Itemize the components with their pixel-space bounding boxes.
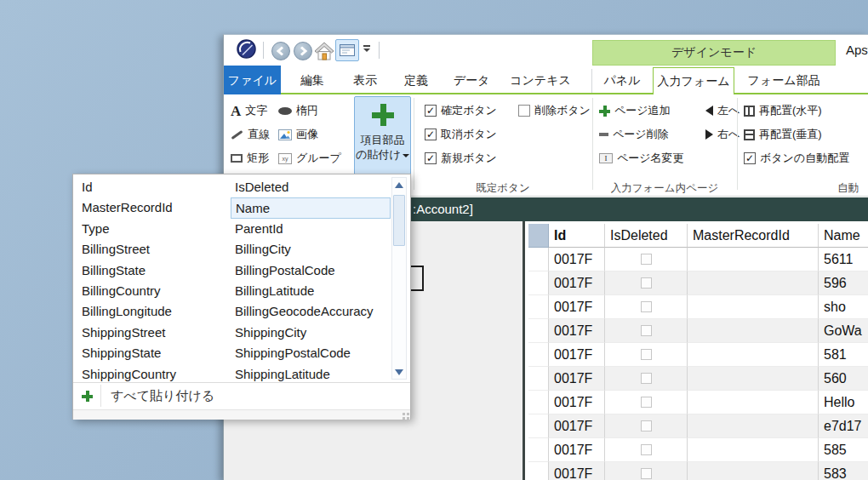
tab-form-parts[interactable]: フォーム部品: [738, 66, 830, 94]
qat-dropdown-button[interactable]: [361, 45, 373, 57]
cell-id[interactable]: 0017F: [549, 343, 605, 367]
field-item[interactable]: BillingPostalCode: [231, 260, 391, 281]
row-selector[interactable]: [528, 462, 549, 480]
cell-isdeleted[interactable]: [605, 391, 688, 414]
ellipse-tool-button[interactable]: 楕円: [278, 100, 318, 121]
cell-masterrecordid[interactable]: [688, 391, 819, 414]
cell-masterrecordid[interactable]: [688, 319, 819, 343]
cell-isdeleted[interactable]: [605, 438, 688, 462]
row-selector[interactable]: [528, 438, 549, 462]
field-item[interactable]: BillingCity: [231, 239, 391, 260]
row-checkbox[interactable]: [641, 373, 652, 384]
tab-data[interactable]: データ: [445, 66, 498, 94]
row-checkbox[interactable]: [641, 420, 652, 431]
field-item[interactable]: BillingLatitude: [231, 281, 391, 301]
popup-scrollbar[interactable]: [391, 177, 407, 380]
cell-name[interactable]: 583: [819, 462, 868, 480]
home-button[interactable]: [314, 42, 334, 60]
confirm-button-checkbox[interactable]: 確定ボタン: [425, 100, 497, 121]
field-item[interactable]: ShippingState: [73, 343, 226, 363]
cell-name[interactable]: GoWa: [819, 319, 868, 343]
cell-masterrecordid[interactable]: [688, 271, 819, 295]
field-item[interactable]: MasterRecordId: [73, 197, 226, 218]
tab-input-form[interactable]: 入力フォーム: [653, 67, 734, 94]
field-item[interactable]: ShippingPostalCode: [231, 343, 391, 363]
cell-id[interactable]: 0017F: [549, 319, 605, 343]
row-checkbox[interactable]: [641, 277, 652, 289]
auto-arrange-buttons-checkbox[interactable]: ボタンの自動配置: [744, 148, 849, 169]
cell-id[interactable]: 0017F: [549, 438, 605, 462]
scroll-up-button[interactable]: [392, 178, 406, 191]
field-item[interactable]: BillingState: [73, 260, 226, 281]
cell-id[interactable]: 0017F: [549, 391, 605, 414]
cell-masterrecordid[interactable]: [688, 343, 819, 367]
group-tool-button[interactable]: xy グループ: [278, 148, 341, 169]
field-item[interactable]: IsDeleted: [231, 177, 391, 197]
field-item[interactable]: BillingGeocodeAccuracy: [231, 301, 391, 322]
paste-all-row[interactable]: すべて貼り付ける: [73, 383, 410, 409]
row-selector[interactable]: [528, 414, 549, 438]
select-all-header-cell[interactable]: [528, 224, 549, 248]
cell-name[interactable]: e7d17: [819, 414, 868, 438]
cell-name[interactable]: Hello: [819, 391, 868, 414]
cell-isdeleted[interactable]: [605, 343, 688, 367]
field-item[interactable]: Type: [73, 219, 226, 239]
cell-id[interactable]: 0017F: [549, 271, 605, 295]
page-add-button[interactable]: ページ追加: [599, 100, 671, 121]
field-item[interactable]: BillingCountry: [73, 281, 226, 301]
field-item[interactable]: ShippingStreet: [73, 323, 226, 343]
forward-button[interactable]: [294, 42, 312, 60]
field-item[interactable]: BillingLongitude: [73, 301, 226, 322]
row-selector[interactable]: [528, 391, 549, 414]
row-checkbox[interactable]: [641, 301, 652, 312]
page-rename-button[interactable]: I ページ名変更: [599, 148, 684, 169]
scroll-down-button[interactable]: [392, 365, 406, 379]
cell-isdeleted[interactable]: [605, 271, 688, 295]
line-tool-button[interactable]: 直線: [231, 124, 270, 145]
field-item[interactable]: ParentId: [231, 219, 391, 239]
cell-name[interactable]: 5611: [819, 248, 868, 271]
page-move-right-button[interactable]: 右へ: [705, 124, 740, 145]
row-selector[interactable]: [528, 367, 549, 391]
scrollbar-thumb[interactable]: [393, 195, 405, 246]
cell-isdeleted[interactable]: [605, 295, 688, 319]
cell-name[interactable]: 560: [819, 367, 868, 391]
delete-button-checkbox[interactable]: 削除ボタン: [518, 100, 591, 121]
row-checkbox[interactable]: [641, 254, 652, 265]
row-checkbox[interactable]: [641, 397, 652, 408]
cell-name[interactable]: 585: [819, 438, 868, 462]
cancel-button-checkbox[interactable]: 取消ボタン: [425, 124, 497, 145]
tab-edit[interactable]: 編集: [288, 66, 336, 94]
cell-isdeleted[interactable]: [605, 367, 688, 391]
cell-name[interactable]: 581: [819, 343, 868, 367]
row-selector[interactable]: [528, 343, 549, 367]
cell-isdeleted[interactable]: [605, 462, 688, 480]
back-button[interactable]: [271, 42, 290, 60]
row-selector[interactable]: [528, 248, 549, 271]
cell-isdeleted[interactable]: [605, 414, 688, 438]
cell-id[interactable]: 0017F: [549, 462, 605, 480]
column-header-masterrecordid[interactable]: MasterRecordId: [688, 224, 819, 248]
cell-id[interactable]: 0017F: [549, 414, 605, 438]
column-header-name[interactable]: Name: [819, 224, 868, 248]
form-view-button[interactable]: [335, 39, 359, 61]
column-header-id[interactable]: Id: [549, 224, 605, 248]
cell-masterrecordid[interactable]: [688, 248, 819, 271]
tab-view[interactable]: 表示: [341, 66, 389, 94]
row-checkbox[interactable]: [641, 444, 652, 455]
cell-name[interactable]: sho: [819, 295, 868, 319]
tab-file[interactable]: ファイル: [224, 66, 281, 94]
cell-isdeleted[interactable]: [605, 319, 688, 343]
row-selector[interactable]: [528, 271, 549, 295]
cell-id[interactable]: 0017F: [549, 295, 605, 319]
cell-masterrecordid[interactable]: [688, 462, 819, 480]
field-item-selected[interactable]: Name: [231, 197, 391, 219]
cell-name[interactable]: 596: [819, 271, 868, 295]
text-tool-button[interactable]: A 文字: [231, 100, 267, 121]
field-item[interactable]: Id: [73, 177, 226, 197]
field-item[interactable]: BillingStreet: [73, 239, 226, 260]
paste-item-parts-button[interactable]: 項目部品 の貼付け: [354, 96, 411, 176]
tab-panel[interactable]: パネル: [595, 66, 649, 94]
cell-isdeleted[interactable]: [605, 248, 688, 271]
rect-tool-button[interactable]: 矩形: [231, 148, 269, 169]
